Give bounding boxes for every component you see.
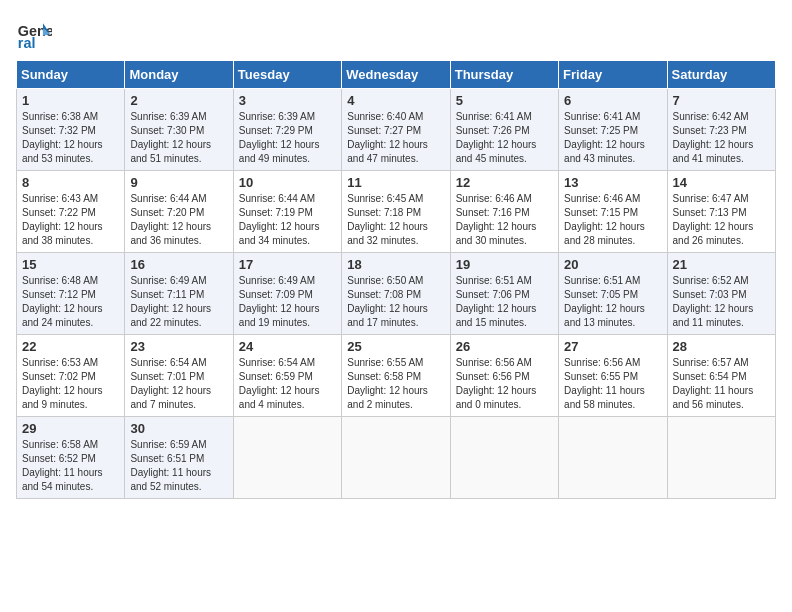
cell-line: Sunset: 7:02 PM xyxy=(22,370,119,384)
calendar-header: SundayMondayTuesdayWednesdayThursdayFrid… xyxy=(17,61,776,89)
cell-line: Sunset: 7:27 PM xyxy=(347,124,444,138)
cell-line: and 7 minutes. xyxy=(130,398,227,412)
day-number: 4 xyxy=(347,93,444,108)
day-number: 14 xyxy=(673,175,770,190)
calendar-cell: 25Sunrise: 6:55 AMSunset: 6:58 PMDayligh… xyxy=(342,335,450,417)
cell-line: Sunrise: 6:51 AM xyxy=(564,274,661,288)
cell-line: Sunrise: 6:44 AM xyxy=(130,192,227,206)
cell-line: Daylight: 12 hours xyxy=(239,302,336,316)
cell-line: Sunrise: 6:55 AM xyxy=(347,356,444,370)
cell-line: Sunset: 7:09 PM xyxy=(239,288,336,302)
calendar-cell: 9Sunrise: 6:44 AMSunset: 7:20 PMDaylight… xyxy=(125,171,233,253)
week-row-5: 29Sunrise: 6:58 AMSunset: 6:52 PMDayligh… xyxy=(17,417,776,499)
cell-line: Sunset: 6:59 PM xyxy=(239,370,336,384)
cell-line: Sunrise: 6:43 AM xyxy=(22,192,119,206)
calendar-cell: 30Sunrise: 6:59 AMSunset: 6:51 PMDayligh… xyxy=(125,417,233,499)
cell-line: Sunset: 7:16 PM xyxy=(456,206,553,220)
cell-line: Daylight: 12 hours xyxy=(22,384,119,398)
calendar-cell: 23Sunrise: 6:54 AMSunset: 7:01 PMDayligh… xyxy=(125,335,233,417)
calendar-cell: 10Sunrise: 6:44 AMSunset: 7:19 PMDayligh… xyxy=(233,171,341,253)
cell-text: Sunrise: 6:58 AMSunset: 6:52 PMDaylight:… xyxy=(22,438,119,494)
cell-line: Daylight: 12 hours xyxy=(456,138,553,152)
cell-text: Sunrise: 6:59 AMSunset: 6:51 PMDaylight:… xyxy=(130,438,227,494)
day-number: 9 xyxy=(130,175,227,190)
cell-line: Sunrise: 6:50 AM xyxy=(347,274,444,288)
cell-line: Sunset: 7:15 PM xyxy=(564,206,661,220)
cell-line: Sunset: 7:06 PM xyxy=(456,288,553,302)
cell-text: Sunrise: 6:50 AMSunset: 7:08 PMDaylight:… xyxy=(347,274,444,330)
cell-line: and 26 minutes. xyxy=(673,234,770,248)
calendar-cell: 29Sunrise: 6:58 AMSunset: 6:52 PMDayligh… xyxy=(17,417,125,499)
cell-line: and 53 minutes. xyxy=(22,152,119,166)
day-number: 21 xyxy=(673,257,770,272)
cell-line: Sunrise: 6:45 AM xyxy=(347,192,444,206)
cell-line: Daylight: 11 hours xyxy=(673,384,770,398)
cell-text: Sunrise: 6:39 AMSunset: 7:30 PMDaylight:… xyxy=(130,110,227,166)
cell-line: Sunset: 7:18 PM xyxy=(347,206,444,220)
cell-line: Sunset: 6:54 PM xyxy=(673,370,770,384)
cell-text: Sunrise: 6:54 AMSunset: 7:01 PMDaylight:… xyxy=(130,356,227,412)
cell-line: Sunrise: 6:44 AM xyxy=(239,192,336,206)
header-cell-wednesday: Wednesday xyxy=(342,61,450,89)
cell-line: Daylight: 12 hours xyxy=(239,384,336,398)
calendar-cell: 16Sunrise: 6:49 AMSunset: 7:11 PMDayligh… xyxy=(125,253,233,335)
cell-text: Sunrise: 6:42 AMSunset: 7:23 PMDaylight:… xyxy=(673,110,770,166)
cell-text: Sunrise: 6:52 AMSunset: 7:03 PMDaylight:… xyxy=(673,274,770,330)
day-number: 18 xyxy=(347,257,444,272)
cell-line: Sunrise: 6:39 AM xyxy=(239,110,336,124)
cell-line: Daylight: 12 hours xyxy=(456,384,553,398)
cell-text: Sunrise: 6:56 AMSunset: 6:55 PMDaylight:… xyxy=(564,356,661,412)
day-number: 7 xyxy=(673,93,770,108)
calendar-cell: 22Sunrise: 6:53 AMSunset: 7:02 PMDayligh… xyxy=(17,335,125,417)
cell-line: and 34 minutes. xyxy=(239,234,336,248)
cell-line: Daylight: 12 hours xyxy=(456,220,553,234)
cell-line: and 43 minutes. xyxy=(564,152,661,166)
day-number: 2 xyxy=(130,93,227,108)
cell-line: Sunset: 7:19 PM xyxy=(239,206,336,220)
cell-line: and 41 minutes. xyxy=(673,152,770,166)
cell-line: Daylight: 11 hours xyxy=(564,384,661,398)
calendar-cell: 5Sunrise: 6:41 AMSunset: 7:26 PMDaylight… xyxy=(450,89,558,171)
calendar-cell xyxy=(667,417,775,499)
cell-line: and 24 minutes. xyxy=(22,316,119,330)
cell-text: Sunrise: 6:48 AMSunset: 7:12 PMDaylight:… xyxy=(22,274,119,330)
day-number: 5 xyxy=(456,93,553,108)
cell-line: and 38 minutes. xyxy=(22,234,119,248)
cell-line: Sunset: 7:05 PM xyxy=(564,288,661,302)
calendar-cell: 20Sunrise: 6:51 AMSunset: 7:05 PMDayligh… xyxy=(559,253,667,335)
cell-text: Sunrise: 6:44 AMSunset: 7:20 PMDaylight:… xyxy=(130,192,227,248)
cell-line: and 9 minutes. xyxy=(22,398,119,412)
day-number: 25 xyxy=(347,339,444,354)
calendar-cell: 12Sunrise: 6:46 AMSunset: 7:16 PMDayligh… xyxy=(450,171,558,253)
header-cell-thursday: Thursday xyxy=(450,61,558,89)
cell-line: Sunrise: 6:52 AM xyxy=(673,274,770,288)
day-number: 13 xyxy=(564,175,661,190)
calendar-cell: 24Sunrise: 6:54 AMSunset: 6:59 PMDayligh… xyxy=(233,335,341,417)
cell-text: Sunrise: 6:40 AMSunset: 7:27 PMDaylight:… xyxy=(347,110,444,166)
cell-line: Daylight: 12 hours xyxy=(130,302,227,316)
cell-line: Sunset: 7:11 PM xyxy=(130,288,227,302)
cell-line: Sunset: 7:13 PM xyxy=(673,206,770,220)
cell-text: Sunrise: 6:55 AMSunset: 6:58 PMDaylight:… xyxy=(347,356,444,412)
cell-text: Sunrise: 6:49 AMSunset: 7:11 PMDaylight:… xyxy=(130,274,227,330)
logo: Gene ral xyxy=(16,16,56,52)
cell-line: Sunrise: 6:48 AM xyxy=(22,274,119,288)
cell-line: Daylight: 12 hours xyxy=(347,220,444,234)
cell-line: Sunrise: 6:53 AM xyxy=(22,356,119,370)
cell-line: and 19 minutes. xyxy=(239,316,336,330)
cell-text: Sunrise: 6:44 AMSunset: 7:19 PMDaylight:… xyxy=(239,192,336,248)
cell-line: Daylight: 12 hours xyxy=(564,302,661,316)
calendar-cell: 1Sunrise: 6:38 AMSunset: 7:32 PMDaylight… xyxy=(17,89,125,171)
calendar-cell xyxy=(450,417,558,499)
cell-text: Sunrise: 6:46 AMSunset: 7:16 PMDaylight:… xyxy=(456,192,553,248)
svg-text:ral: ral xyxy=(18,35,36,51)
cell-line: Sunrise: 6:46 AM xyxy=(564,192,661,206)
cell-line: Daylight: 12 hours xyxy=(564,138,661,152)
cell-text: Sunrise: 6:51 AMSunset: 7:05 PMDaylight:… xyxy=(564,274,661,330)
cell-text: Sunrise: 6:41 AMSunset: 7:26 PMDaylight:… xyxy=(456,110,553,166)
cell-line: and 52 minutes. xyxy=(130,480,227,494)
cell-line: Sunset: 7:32 PM xyxy=(22,124,119,138)
cell-line: Sunrise: 6:41 AM xyxy=(456,110,553,124)
day-number: 6 xyxy=(564,93,661,108)
cell-text: Sunrise: 6:54 AMSunset: 6:59 PMDaylight:… xyxy=(239,356,336,412)
